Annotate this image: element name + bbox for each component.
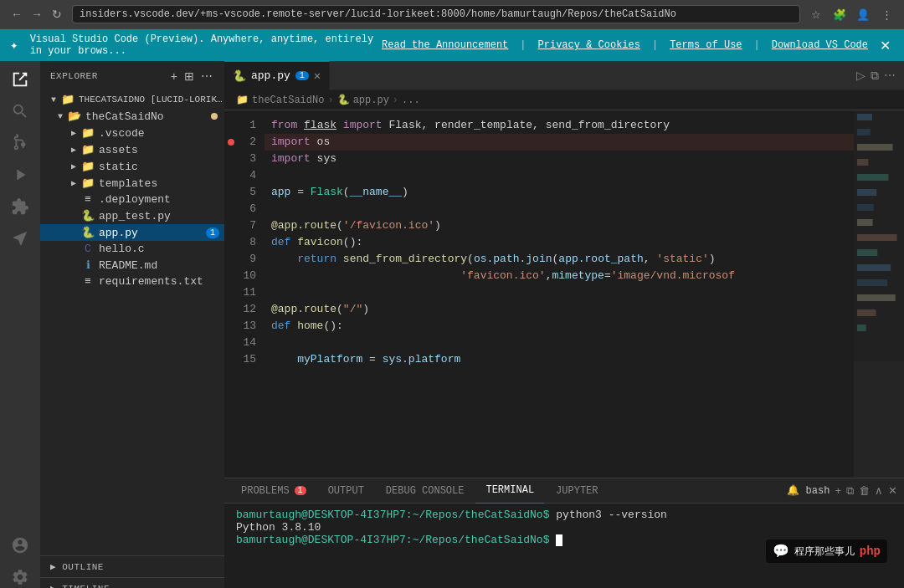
extension-button[interactable]: 🧩 — [830, 5, 849, 23]
extensions-activity-icon[interactable] — [5, 192, 35, 222]
tab-app-py[interactable]: 🐍 app.py 1 ✕ — [224, 61, 330, 90]
minimap-canvas — [854, 110, 904, 361]
close-panel-button[interactable]: ✕ — [888, 484, 897, 497]
tree-item-assets[interactable]: ▶ 📁 assets — [40, 141, 224, 158]
tree-item-templates[interactable]: ▶ 📁 templates — [40, 175, 224, 192]
profile-button[interactable]: 👤 — [854, 5, 872, 23]
debug-console-label: DEBUG CONSOLE — [386, 485, 465, 497]
folder-static-icon: 📁 — [80, 160, 95, 173]
breadcrumb-sep-1: › — [327, 95, 333, 106]
remote-explorer-activity-icon[interactable] — [5, 223, 35, 253]
panel-tabs: PROBLEMS 1 OUTPUT DEBUG CONSOLE TERMINAL… — [224, 478, 904, 504]
tree-item-app-test[interactable]: ▶ 🐍 app_test.py — [40, 207, 224, 224]
tab-jupyter[interactable]: JUPYTER — [546, 478, 608, 504]
back-button[interactable]: ← — [8, 6, 25, 23]
tab-terminal[interactable]: TERMINAL — [475, 478, 544, 504]
tree-item-requirements[interactable]: ▶ ≡ requirements.txt — [40, 274, 224, 289]
code-line-12: @app.route ( "/" ) — [265, 301, 854, 318]
split-terminal-button[interactable]: ⧉ — [846, 484, 854, 498]
line-num-10: 10 — [224, 268, 256, 284]
line-num-9: 9 — [224, 251, 256, 268]
banner-close-button[interactable]: ✕ — [876, 38, 894, 54]
run-tab-button[interactable]: ▷ — [856, 69, 865, 82]
plain: Flask, render_template, send_from_direct… — [383, 117, 670, 134]
download-vscode-link[interactable]: Download VS Code — [772, 39, 868, 51]
var-myplatform: myPlatform — [297, 351, 362, 368]
bookmark-button[interactable]: ☆ — [807, 5, 825, 23]
plain — [297, 117, 304, 134]
line-num-8: 8 — [224, 234, 256, 251]
code-line-7: @app.route ( '/favicon.ico' ) — [265, 217, 854, 234]
editor-more-button[interactable]: ⋯ — [884, 69, 896, 82]
outline-section[interactable]: ▶ OUTLINE — [40, 555, 224, 577]
tab-output[interactable]: OUTPUT — [318, 478, 374, 504]
tree-item-readme[interactable]: ▶ ℹ README.md — [40, 257, 224, 274]
code-line-4 — [265, 167, 854, 184]
tree-label-app-test: app_test.py — [99, 210, 224, 222]
breadcrumb-part-3[interactable]: ... — [402, 95, 420, 106]
kw-def-1: def — [271, 234, 290, 251]
new-folder-button[interactable]: ⊞ — [182, 68, 196, 84]
terminal-prompt-2: bamurtaugh@DESKTOP-4I37HP7:~/Repos/theCa… — [236, 534, 549, 546]
plain: ) — [709, 251, 716, 268]
menu-button[interactable]: ⋮ — [877, 5, 896, 23]
folder-vscode-arrow-icon: ▶ — [67, 128, 80, 138]
banner-divider-3: | — [754, 39, 760, 51]
tab-debug-console[interactable]: DEBUG CONSOLE — [376, 478, 475, 504]
address-bar[interactable] — [72, 5, 800, 23]
line-num-6: 6 — [224, 201, 256, 217]
explorer-activity-icon[interactable] — [5, 64, 35, 95]
line-num-5: 5 — [224, 184, 256, 201]
settings-activity-icon[interactable] — [5, 562, 35, 588]
tree-item-thecatsaidno[interactable]: ▼ 📂 theCatSaidNo — [40, 108, 224, 125]
refresh-button[interactable]: ↻ — [49, 6, 65, 23]
terminal-cursor — [556, 534, 562, 546]
plain: = — [362, 351, 382, 368]
sidebar-more-button[interactable]: ⋯ — [199, 68, 214, 84]
tab-problems[interactable]: PROBLEMS 1 — [231, 478, 316, 504]
breadcrumb-part-1[interactable]: theCatSaidNo — [252, 95, 324, 106]
plain — [271, 351, 297, 368]
kill-terminal-button[interactable]: 🗑 — [859, 484, 870, 497]
tree-item-hello-c[interactable]: ▶ C hello.c — [40, 241, 224, 257]
deployment-icon: ≡ — [80, 193, 95, 206]
tree-item-deployment[interactable]: ▶ ≡ .deployment — [40, 192, 224, 207]
kw-return-1: return — [297, 251, 336, 268]
run-activity-icon[interactable] — [5, 160, 35, 190]
folder-vscode-icon: 📁 — [80, 126, 95, 140]
tree-label-assets: assets — [99, 144, 224, 156]
timeline-section[interactable]: ▶ TIMELINE — [40, 577, 224, 588]
workspace-root[interactable]: ▼ 📁 THECATSAIDNO [LUCID-LORIKEET] — [40, 91, 224, 108]
breadcrumb-part-2[interactable]: app.py — [353, 95, 389, 106]
source-control-activity-icon[interactable] — [5, 128, 35, 158]
vscode-main: EXPLORER + ⊞ ⋯ ▼ 📁 THECATSAIDNO [LUCID-L… — [0, 61, 904, 588]
plain: , — [644, 251, 657, 268]
terms-of-use-link[interactable]: Terms of Use — [670, 39, 742, 51]
maximize-panel-button[interactable]: ∧ — [875, 484, 883, 497]
tree-item-vscode[interactable]: ▶ 📁 .vscode — [40, 125, 224, 141]
tree-label-readme: README.md — [99, 259, 224, 272]
app-py-badge: 1 — [206, 228, 219, 238]
new-terminal-button[interactable]: + — [835, 484, 841, 497]
tree-item-static[interactable]: ▶ 📁 static — [40, 158, 224, 175]
decorator-route-1: @app.route — [271, 217, 336, 234]
forward-button[interactable]: → — [28, 6, 45, 23]
code-content[interactable]: from flask import Flask, render_template… — [265, 110, 854, 478]
code-line-10: 'favicon.ico' , mimetype = 'image/vnd.mi… — [265, 268, 854, 284]
line-num-14: 14 — [224, 335, 256, 351]
privacy-cookies-link[interactable]: Privacy & Cookies — [538, 39, 640, 51]
module-flask: flask — [304, 117, 336, 134]
tree-item-app-py[interactable]: ▶ 🐍 app.py 1 — [40, 224, 224, 241]
tree-label-templates: templates — [99, 177, 224, 190]
account-activity-icon[interactable] — [5, 530, 35, 560]
line-num-12: 12 — [224, 301, 256, 318]
tree-label-thecatsaidno: theCatSaidNo — [85, 110, 211, 123]
code-line-14 — [265, 335, 854, 351]
new-file-button[interactable]: + — [169, 68, 179, 84]
str-mimetype: 'image/vnd.microsof — [611, 268, 735, 284]
read-announcement-link[interactable]: Read the Announcement — [382, 39, 508, 51]
search-activity-icon[interactable] — [5, 96, 35, 126]
vscode-banner: ✦ Visual Studio Code (Preview). Anywhere… — [0, 29, 904, 61]
tab-close-button[interactable]: ✕ — [314, 69, 321, 83]
split-editor-button[interactable]: ⧉ — [871, 69, 879, 83]
